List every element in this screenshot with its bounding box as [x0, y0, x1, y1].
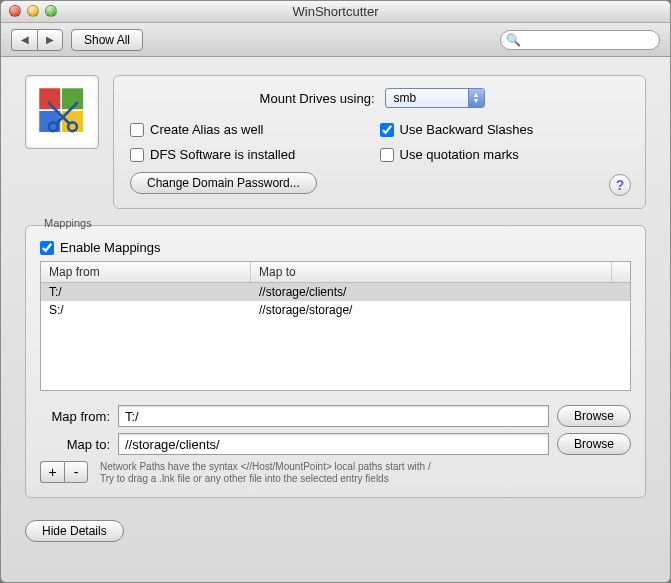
preferences-window: WinShortcutter ◀ ▶ Show All 🔍 — [0, 0, 671, 583]
dfs-label: DFS Software is installed — [150, 147, 295, 162]
help-button[interactable]: ? — [609, 174, 631, 196]
mappings-table: Map from Map to T:/ //storage/clients/ S… — [40, 261, 631, 391]
forward-button[interactable]: ▶ — [37, 29, 63, 51]
zoom-icon[interactable] — [45, 5, 57, 17]
map-to-input[interactable] — [118, 433, 549, 455]
browse-to-button[interactable]: Browse — [557, 433, 631, 455]
map-from-label: Map from: — [40, 409, 110, 424]
dfs-checkbox[interactable] — [130, 148, 144, 162]
toolbar: ◀ ▶ Show All 🔍 — [1, 23, 670, 57]
create-alias-checkbox[interactable] — [130, 123, 144, 137]
cell-to: //storage/storage/ — [251, 302, 630, 318]
traffic-lights — [9, 5, 57, 17]
backward-slashes-label: Use Backward Slashes — [400, 122, 534, 137]
table-row[interactable]: S:/ //storage/storage/ — [41, 301, 630, 319]
popup-arrows-icon: ▲▼ — [468, 89, 484, 107]
search-input[interactable] — [500, 30, 660, 50]
search-field-wrap: 🔍 — [500, 30, 660, 50]
cell-from: S:/ — [41, 302, 251, 318]
enable-mappings-label: Enable Mappings — [60, 240, 160, 255]
mount-protocol-value: smb — [394, 91, 417, 105]
add-mapping-button[interactable]: + — [40, 461, 64, 483]
remove-mapping-button[interactable]: - — [64, 461, 88, 483]
winshortcutter-icon — [34, 83, 90, 142]
quotation-checkbox[interactable] — [380, 148, 394, 162]
mount-drives-label: Mount Drives using: — [130, 91, 385, 106]
table-header: Map from Map to — [41, 262, 630, 283]
hide-details-button[interactable]: Hide Details — [25, 520, 124, 542]
titlebar: WinShortcutter — [1, 1, 670, 23]
mappings-group-title: Mappings — [40, 217, 96, 229]
add-remove-segment: + - — [40, 461, 88, 483]
table-body[interactable]: T:/ //storage/clients/ S:/ //storage/sto… — [41, 283, 630, 390]
col-spacer — [612, 262, 630, 282]
change-domain-password-button[interactable]: Change Domain Password... — [130, 172, 317, 194]
window-title: WinShortcutter — [293, 4, 379, 19]
cell-to: //storage/clients/ — [251, 284, 630, 300]
cell-from: T:/ — [41, 284, 251, 300]
map-to-label: Map to: — [40, 437, 110, 452]
upper-panel: Mount Drives using: smb ▲▼ Create Alias … — [113, 75, 646, 209]
quotation-label: Use quotation marks — [400, 147, 519, 162]
search-icon: 🔍 — [506, 33, 521, 47]
nav-back-forward: ◀ ▶ — [11, 29, 63, 51]
mappings-group: Mappings Enable Mappings Map from Map to… — [25, 225, 646, 498]
create-alias-label: Create Alias as well — [150, 122, 263, 137]
enable-mappings-checkbox[interactable] — [40, 241, 54, 255]
svg-rect-0 — [39, 88, 60, 109]
browse-from-button[interactable]: Browse — [557, 405, 631, 427]
mount-protocol-popup[interactable]: smb ▲▼ — [385, 88, 485, 108]
minimize-icon[interactable] — [27, 5, 39, 17]
col-map-to[interactable]: Map to — [251, 262, 612, 282]
back-button[interactable]: ◀ — [11, 29, 37, 51]
table-row[interactable]: T:/ //storage/clients/ — [41, 283, 630, 301]
map-from-input[interactable] — [118, 405, 549, 427]
col-map-from[interactable]: Map from — [41, 262, 251, 282]
backward-slashes-checkbox[interactable] — [380, 123, 394, 137]
app-icon-well — [25, 75, 99, 149]
close-icon[interactable] — [9, 5, 21, 17]
show-all-button[interactable]: Show All — [71, 29, 143, 51]
hint-text: Network Paths have the syntax <//Host/Mo… — [100, 461, 431, 485]
